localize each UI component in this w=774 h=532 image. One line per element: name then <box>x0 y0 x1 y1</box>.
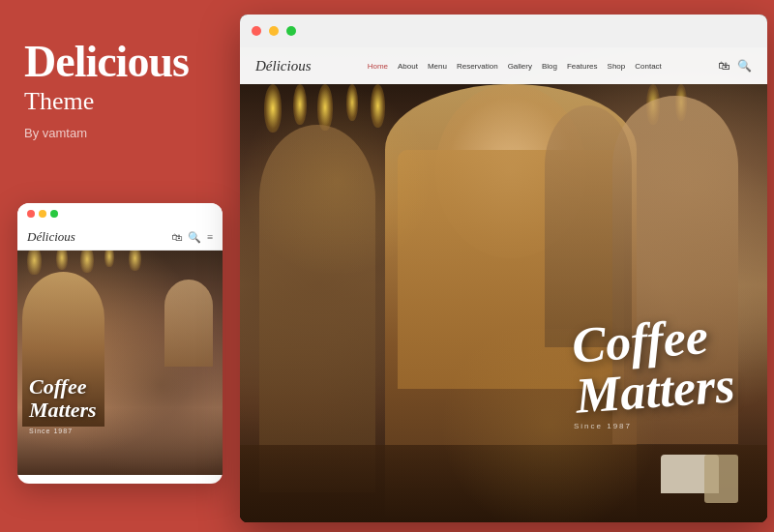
decorative-light-1 <box>27 251 42 275</box>
site-navigation: Délicious Home About Menu Reservation Ga… <box>240 47 767 84</box>
nav-reservation[interactable]: Reservation <box>457 62 498 71</box>
browser-minimize-dot[interactable] <box>269 26 279 36</box>
mobile-header: Délicious 🛍 🔍 ≡ <box>17 224 223 251</box>
nav-about[interactable]: About <box>398 62 418 71</box>
mobile-coffee-text: Coffee Matters <box>29 375 97 422</box>
nav-home[interactable]: Home <box>368 62 388 71</box>
title-subtitle: Theme <box>24 87 213 116</box>
cart-icon[interactable]: 🛍 <box>718 59 729 74</box>
hero-section: Coffee Matters Since 1987 <box>240 47 767 522</box>
nav-shop[interactable]: Shop <box>608 62 626 71</box>
mobile-search-icon: 🔍 <box>188 231 201 244</box>
decorative-light-4 <box>104 251 114 267</box>
mobile-close-dot <box>27 210 35 218</box>
website-preview: Délicious Home About Menu Reservation Ga… <box>240 47 767 522</box>
mobile-preview-card: Délicious 🛍 🔍 ≡ Coffee Matters Since 198… <box>17 203 223 484</box>
decorative-light-5 <box>129 251 141 271</box>
browser-window: Délicious Home About Menu Reservation Ga… <box>240 15 767 522</box>
browser-maximize-dot[interactable] <box>286 26 296 36</box>
mobile-nav-icons: 🛍 🔍 ≡ <box>171 231 213 244</box>
mobile-coffee-line2: Matters <box>29 398 97 422</box>
mobile-window-controls <box>17 203 223 224</box>
mobile-hero-image: Coffee Matters Since 1987 <box>17 251 223 475</box>
hero-since-text: Since 1987 <box>574 422 632 430</box>
warm-glow-1 <box>240 84 433 278</box>
mobile-since-text: Since 1987 <box>29 428 73 434</box>
hero-coffee-text: Coffee Matters <box>571 310 737 421</box>
search-icon[interactable]: 🔍 <box>737 59 752 74</box>
nav-menu[interactable]: Menu <box>428 62 447 71</box>
mobile-menu-icon: ≡ <box>207 231 213 243</box>
nav-features[interactable]: Features <box>567 62 598 71</box>
coffee-vessel <box>704 455 738 503</box>
nav-gallery[interactable]: Gallery <box>508 62 532 71</box>
mobile-coffee-line1: Coffee <box>29 374 86 399</box>
nav-links-group: Home About Menu Reservation Gallery Blog… <box>368 62 662 71</box>
mobile-logo: Délicious <box>27 229 75 245</box>
nav-contact[interactable]: Contact <box>635 62 662 71</box>
decorative-light-2 <box>56 251 68 270</box>
hero-coffee-line2: Matters <box>575 360 737 421</box>
nav-blog[interactable]: Blog <box>542 62 557 71</box>
theme-title: Delicious Theme <box>24 39 213 116</box>
person-bg-mid <box>545 105 632 347</box>
mobile-person-right <box>164 280 213 367</box>
mobile-cart-icon: 🛍 <box>171 231 182 243</box>
site-logo: Délicious <box>255 58 312 74</box>
browser-close-dot[interactable] <box>252 26 261 36</box>
mobile-minimize-dot <box>39 210 46 218</box>
nav-actions: 🛍 🔍 <box>718 59 752 74</box>
mobile-maximize-dot <box>50 210 58 218</box>
browser-window-controls <box>252 22 300 40</box>
browser-toolbar <box>240 15 767 47</box>
decorative-light-3 <box>80 251 94 273</box>
title-main: Delicious <box>24 39 213 85</box>
byline: By vamtam <box>24 126 213 140</box>
